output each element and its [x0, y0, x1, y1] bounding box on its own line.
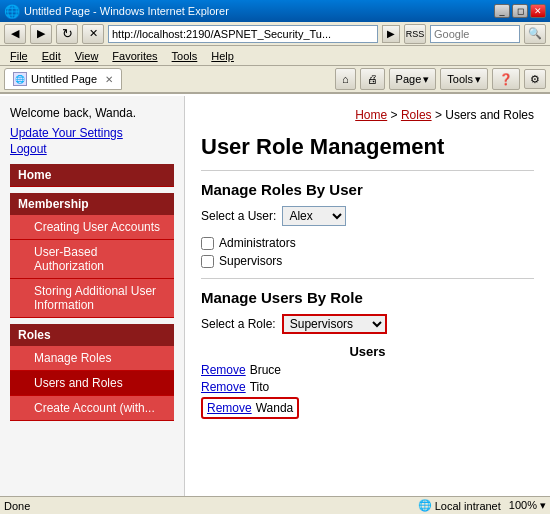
sidebar-item-users-roles[interactable]: Users and Roles — [10, 371, 174, 396]
users-title: Users — [201, 344, 534, 359]
breadcrumb-sep2: > — [432, 108, 446, 122]
sidebar-item-creating-accounts[interactable]: Creating User Accounts — [10, 215, 174, 240]
section1-title: Manage Roles By User — [201, 181, 534, 198]
search-input[interactable] — [430, 25, 520, 43]
status-bar: Done 🌐 Local intranet 100% ▾ — [0, 496, 550, 514]
main-panel: Home > Roles > Users and Roles User Role… — [185, 96, 550, 496]
breadcrumb-roles[interactable]: Roles — [401, 108, 432, 122]
remove-wanda-link[interactable]: Remove — [207, 401, 252, 415]
page-arrow: ▾ — [423, 73, 429, 86]
user-row-bruce: Remove Bruce — [201, 363, 534, 377]
address-bar: ◀ ▶ ↻ ✕ ▶ RSS 🔍 — [0, 22, 550, 46]
go-button[interactable]: ▶ — [382, 25, 400, 43]
sidebar-roles-header: Roles — [10, 324, 174, 346]
user-wanda-name: Wanda — [256, 401, 294, 415]
user-select[interactable]: Alex Bruce Tito Wanda — [282, 206, 346, 226]
zone-icon: 🌐 — [418, 499, 432, 512]
sidebar-welcome: Welcome back, Wanda. — [10, 106, 174, 120]
user-row-tito: Remove Tito — [201, 380, 534, 394]
checkbox-administrators[interactable] — [201, 237, 214, 250]
tools-label: Tools — [447, 73, 473, 85]
tab-close[interactable]: ✕ — [105, 74, 113, 85]
menu-edit[interactable]: Edit — [36, 48, 67, 64]
menu-view[interactable]: View — [69, 48, 105, 64]
back-button[interactable]: ◀ — [4, 24, 26, 44]
breadcrumb-home[interactable]: Home — [355, 108, 387, 122]
remove-tito-link[interactable]: Remove — [201, 380, 246, 394]
status-text: Done — [4, 500, 30, 512]
checkbox-admins-label: Administrators — [219, 236, 296, 250]
sidebar: Welcome back, Wanda. Update Your Setting… — [0, 96, 185, 496]
close-button[interactable]: ✕ — [530, 4, 546, 18]
menu-favorites[interactable]: Favorites — [106, 48, 163, 64]
checkbox-supervisors-row: Supervisors — [201, 254, 534, 268]
refresh-button[interactable]: ↻ — [56, 24, 78, 44]
menu-help[interactable]: Help — [205, 48, 240, 64]
title-bar-left: 🌐 Untitled Page - Windows Internet Explo… — [4, 4, 229, 19]
breadcrumb-current: Users and Roles — [445, 108, 534, 122]
tools-button[interactable]: Tools ▾ — [440, 68, 488, 90]
user-row-wanda: Remove Wanda — [201, 397, 534, 419]
select-role-label: Select a Role: — [201, 317, 276, 331]
update-settings-link[interactable]: Update Your Settings — [10, 126, 174, 140]
forward-button[interactable]: ▶ — [30, 24, 52, 44]
address-input[interactable] — [108, 25, 378, 43]
tab-area: 🌐 Untitled Page ✕ — [4, 68, 122, 90]
menu-tools[interactable]: Tools — [166, 48, 204, 64]
remove-bruce-link[interactable]: Remove — [201, 363, 246, 377]
page-label: Page — [396, 73, 422, 85]
status-right: 🌐 Local intranet 100% ▾ — [418, 499, 546, 512]
breadcrumb: Home > Roles > Users and Roles — [201, 108, 534, 122]
title-bar: 🌐 Untitled Page - Windows Internet Explo… — [0, 0, 550, 22]
minimize-button[interactable]: _ — [494, 4, 510, 18]
menu-file[interactable]: File — [4, 48, 34, 64]
rss-button[interactable]: RSS — [404, 24, 426, 44]
select-user-row: Select a User: Alex Bruce Tito Wanda — [201, 206, 534, 226]
user-bruce-name: Bruce — [250, 363, 281, 377]
wanda-highlight: Remove Wanda — [201, 397, 299, 419]
sidebar-item-create-account[interactable]: Create Account (with... — [10, 396, 174, 421]
user-tito-name: Tito — [250, 380, 270, 394]
zoom-arrow: ▾ — [540, 499, 546, 511]
zone-text: Local intranet — [435, 500, 501, 512]
sidebar-item-manage-roles[interactable]: Manage Roles — [10, 346, 174, 371]
tab-label: Untitled Page — [31, 73, 97, 85]
divider-1 — [201, 170, 534, 171]
zoom-level: 100% ▾ — [509, 499, 546, 512]
sidebar-item-storing-info[interactable]: Storing Additional User Information — [10, 279, 174, 318]
title-bar-controls[interactable]: _ ◻ ✕ — [494, 4, 546, 18]
search-go-button[interactable]: 🔍 — [524, 24, 546, 44]
sidebar-home-section: Home — [10, 164, 174, 187]
select-role-row: Select a Role: Administrators Supervisor… — [201, 314, 534, 334]
help-button[interactable]: ❓ — [492, 68, 520, 90]
menu-bar: File Edit View Favorites Tools Help — [0, 46, 550, 66]
sidebar-item-home[interactable]: Home — [10, 164, 174, 187]
tools-arrow: ▾ — [475, 73, 481, 86]
select-user-label: Select a User: — [201, 209, 276, 223]
browser-tab[interactable]: 🌐 Untitled Page ✕ — [4, 68, 122, 90]
stop-button[interactable]: ✕ — [82, 24, 104, 44]
divider-2 — [201, 278, 534, 279]
checkbox-admins-row: Administrators — [201, 236, 534, 250]
content-area: Welcome back, Wanda. Update Your Setting… — [0, 96, 550, 496]
breadcrumb-sep1: > — [387, 108, 401, 122]
tab-icon: 🌐 — [13, 72, 27, 86]
checkbox-supervisors-label: Supervisors — [219, 254, 282, 268]
settings-button[interactable]: ⚙ — [524, 69, 546, 89]
window-title: Untitled Page - Windows Internet Explore… — [24, 5, 229, 17]
home-button[interactable]: ⌂ — [335, 68, 356, 90]
print-button[interactable]: 🖨 — [360, 68, 385, 90]
sidebar-membership-header: Membership — [10, 193, 174, 215]
role-select[interactable]: Administrators Supervisors — [282, 314, 387, 334]
page-button[interactable]: Page ▾ — [389, 68, 437, 90]
restore-button[interactable]: ◻ — [512, 4, 528, 18]
section2-title: Manage Users By Role — [201, 289, 534, 306]
zone-badge: 🌐 Local intranet — [418, 499, 501, 512]
logout-link[interactable]: Logout — [10, 142, 174, 156]
page-title: User Role Management — [201, 134, 534, 160]
users-section: Users Remove Bruce Remove Tito Remove Wa… — [201, 344, 534, 419]
toolbar: 🌐 Untitled Page ✕ ⌂ 🖨 Page ▾ Tools ▾ ❓ ⚙ — [0, 66, 550, 94]
sidebar-item-user-auth[interactable]: User-Based Authorization — [10, 240, 174, 279]
checkbox-supervisors[interactable] — [201, 255, 214, 268]
